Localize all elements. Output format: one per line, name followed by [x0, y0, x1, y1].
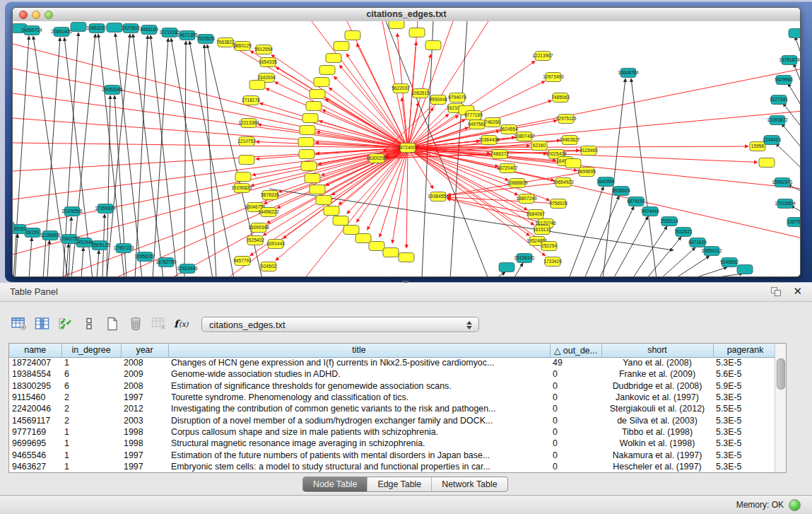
graph-node-label: 924502 — [261, 264, 276, 269]
graph-node[interactable] — [789, 29, 801, 38]
graph-node[interactable] — [499, 263, 514, 272]
graph-node[interactable] — [306, 102, 322, 111]
graph-node[interactable] — [737, 265, 753, 274]
table-cell: Changes of HCN gene expression and I(f) … — [168, 357, 550, 368]
graph-node-label: 1654335 — [259, 59, 277, 64]
graph-node[interactable] — [399, 253, 414, 262]
network-canvas[interactable]: 1872400724055724206914061065323715276028… — [13, 21, 801, 277]
graph-node-label: 12093872 — [767, 117, 788, 122]
table-row[interactable]: 1938455462009Genome-wide association stu… — [9, 368, 777, 380]
graph-node[interactable] — [383, 248, 399, 257]
table-cell: 5.3E-5 — [713, 438, 777, 449]
tab-edge-table[interactable]: Edge Table — [367, 477, 432, 491]
column-header-year[interactable]: year — [121, 344, 168, 357]
graph-node-label: 19384554 — [428, 194, 449, 199]
tab-node-table[interactable]: Node Table — [303, 477, 367, 491]
graph-node[interactable] — [71, 23, 86, 32]
graph-node[interactable] — [249, 81, 265, 90]
graph-node-label: 9990448 — [429, 97, 447, 102]
graph-node[interactable] — [13, 222, 14, 231]
table-row[interactable]: 969969511998Structural magnetic resonanc… — [9, 438, 777, 449]
graph-node-label: 8466160 — [140, 27, 158, 32]
graph-node-label: 19196829 — [231, 185, 252, 190]
table-cell: Jankovic et al. (1997) — [601, 392, 713, 403]
graph-node[interactable] — [333, 216, 348, 226]
delete-table-button[interactable] — [125, 315, 146, 334]
graph-node[interactable] — [310, 90, 325, 99]
graph-node[interactable] — [343, 226, 359, 235]
table-cell: 18724007 — [9, 357, 61, 368]
graph-node[interactable] — [409, 28, 425, 37]
graph-node[interactable] — [389, 21, 404, 29]
graph-node-label: 6879197 — [627, 199, 645, 204]
table-row[interactable]: 946362711997Embryonic stem cells: a mode… — [9, 461, 777, 472]
table-row[interactable]: 946554611997Estimation of the future num… — [9, 449, 777, 460]
graph-node-label: 14671355 — [177, 33, 198, 37]
graph-node[interactable] — [324, 206, 339, 216]
graph-node[interactable] — [301, 162, 317, 171]
table-cell: 14569117 — [9, 414, 61, 426]
graph-node[interactable] — [425, 41, 441, 50]
graph-node-label: 18720407 — [497, 165, 518, 170]
graph-node[interactable] — [369, 242, 384, 251]
graph-node[interactable] — [565, 159, 581, 168]
new-file-button[interactable] — [102, 315, 123, 334]
graph-node[interactable] — [316, 196, 331, 205]
table-mode-button[interactable] — [8, 315, 30, 334]
graph-node[interactable] — [326, 54, 341, 63]
table-cell: Nakamura et al. (1997) — [601, 449, 713, 460]
table-source-dropdown[interactable]: citations_edges.txt — [201, 317, 479, 332]
table-row[interactable]: 977716911998Corpus callosum shape and si… — [9, 426, 777, 438]
table-cell: 0 — [550, 449, 601, 460]
graph-node[interactable] — [235, 173, 251, 182]
table-cell: 1997 — [121, 449, 168, 460]
tab-network-table[interactable]: Network Table — [432, 477, 507, 491]
graph-node-label: 9227341 — [770, 97, 788, 102]
function-builder-button[interactable]: f(x) — [172, 315, 193, 334]
column-header-short[interactable]: short — [601, 344, 713, 357]
memory-status-icon[interactable] — [789, 499, 801, 511]
table-row[interactable]: 1830029562008Estimation of significance … — [9, 380, 777, 392]
graph-node[interactable] — [298, 138, 314, 147]
graph-node[interactable] — [239, 156, 254, 165]
column-visibility-icon — [35, 317, 50, 333]
column-header-pagerank[interactable]: pagerank — [713, 344, 777, 357]
function-builder-icon: f(x) — [173, 317, 192, 333]
graph-node[interactable] — [314, 78, 329, 87]
table-cell: de Silva et al. (2003) — [601, 414, 713, 426]
graph-node[interactable] — [319, 66, 335, 75]
column-header-title[interactable]: title — [168, 344, 550, 357]
graph-node[interactable] — [355, 234, 371, 243]
table-scrollbar-thumb[interactable] — [777, 358, 785, 390]
graph-node-label: 10807487 — [514, 134, 535, 139]
network-window-titlebar[interactable]: citations_edges.txt — [13, 8, 800, 22]
merge-columns-button[interactable] — [78, 315, 100, 334]
close-panel-icon[interactable]: ✕ — [793, 285, 802, 298]
column-header-out_de[interactable]: △ out_de... — [550, 344, 601, 357]
graph-node[interactable] — [299, 150, 314, 159]
table-row[interactable]: 1872400712008Changes of HCN gene express… — [9, 357, 777, 368]
column-header-name[interactable]: name — [9, 344, 61, 357]
table-cell: Dudbridge et al. (2008) — [601, 380, 713, 392]
graph-node[interactable] — [107, 23, 122, 33]
graph-node-label: 7632621 — [674, 229, 693, 234]
row-checklist-button[interactable] — [55, 315, 76, 334]
table-row[interactable]: 2242004622012Investigating the contribut… — [9, 403, 777, 414]
float-panel-icon[interactable] — [771, 287, 781, 296]
table-scrollbar[interactable] — [775, 344, 786, 472]
graph-node-label: 1527602 — [122, 25, 140, 30]
table-row[interactable]: 911546021997Tourette syndrome. Phenomeno… — [9, 392, 777, 403]
column-header-in_degree[interactable]: in_degree — [61, 344, 121, 357]
graph-node-label: 12975115 — [556, 116, 577, 121]
graph-node[interactable] — [310, 185, 325, 194]
column-visibility-button[interactable] — [32, 315, 53, 334]
graph-node[interactable] — [345, 31, 360, 40]
graph-node[interactable] — [300, 126, 315, 135]
graph-node[interactable] — [305, 174, 320, 183]
graph-node[interactable] — [759, 158, 775, 168]
table-row[interactable]: 1456911722003Disruption of a novel membe… — [9, 414, 777, 426]
graph-node[interactable] — [334, 42, 349, 51]
graph-node[interactable] — [302, 114, 318, 123]
graph-node-label: 16648784 — [618, 70, 639, 75]
graph-node-label: 9860125 — [233, 43, 252, 48]
